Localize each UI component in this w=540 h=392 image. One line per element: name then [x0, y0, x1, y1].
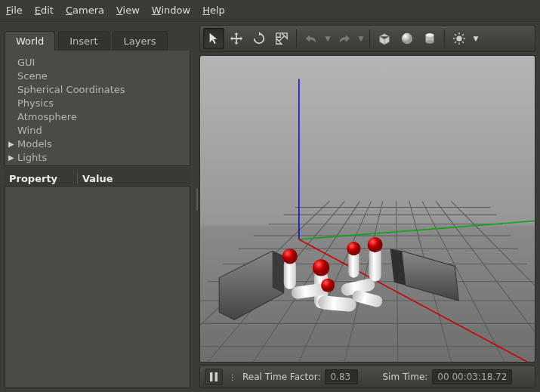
toolbar: ▼ ▼ ▼ — [199, 25, 535, 52]
menu-bar: File Edit Camera View Window Help — [0, 0, 540, 20]
cylinder-icon — [423, 32, 437, 45]
undo-menu-button[interactable]: ▼ — [323, 28, 332, 49]
expand-icon: ▶ — [8, 153, 16, 162]
scene-render — [200, 56, 535, 362]
box-icon — [378, 32, 391, 45]
tree-physics[interactable]: Physics — [5, 96, 190, 110]
svg-point-38 — [313, 259, 329, 276]
tree-wind[interactable]: Wind — [5, 123, 190, 137]
sidebar: World Insert Layers GUI Scene Spherical … — [0, 20, 195, 392]
chevron-down-icon: ▼ — [474, 35, 479, 42]
chevron-down-icon: ▼ — [326, 35, 331, 42]
tree-atmosphere[interactable]: Atmosphere — [5, 110, 190, 123]
svg-line-11 — [462, 42, 464, 43]
pin-standing — [368, 237, 383, 282]
main-area: ▼ ▼ ▼ — [199, 20, 540, 392]
rotate-tool-button[interactable] — [248, 28, 270, 49]
tab-world[interactable]: World — [5, 31, 55, 51]
sphere-shape-button[interactable] — [397, 28, 418, 49]
menu-view[interactable]: View — [116, 5, 140, 16]
svg-rect-49 — [215, 372, 218, 381]
toolbar-separator — [369, 29, 370, 48]
pin-standing — [282, 248, 298, 289]
svg-point-40 — [368, 237, 383, 252]
box-shape-button[interactable] — [374, 28, 395, 49]
pin-standing — [347, 242, 360, 278]
col-value[interactable]: Value — [77, 173, 190, 184]
svg-point-42 — [347, 242, 360, 255]
tree-lights[interactable]: ▶Lights — [5, 150, 190, 164]
svg-point-36 — [282, 248, 298, 264]
menu-file[interactable]: File — [6, 5, 23, 16]
status-bar: ⋮ Real Time Factor: 0.83 Sim Time: 00 00… — [199, 366, 535, 388]
light-button[interactable] — [449, 28, 470, 49]
cylinder-shape-button[interactable] — [419, 28, 440, 49]
menu-camera[interactable]: Camera — [66, 5, 104, 16]
move-icon — [230, 32, 243, 45]
rotate-icon — [252, 32, 266, 45]
menu-edit[interactable]: Edit — [35, 5, 54, 16]
menu-window[interactable]: Window — [152, 5, 190, 16]
svg-point-3 — [426, 40, 434, 44]
pause-icon — [210, 372, 218, 381]
undo-button[interactable] — [301, 28, 322, 49]
undo-icon — [304, 32, 318, 45]
tree-spherical[interactable]: Spherical Coordinates — [5, 82, 190, 96]
toolbar-separator — [296, 29, 297, 48]
content: World Insert Layers GUI Scene Spherical … — [0, 20, 540, 392]
sphere-icon — [400, 32, 414, 45]
expand-icon: ▶ — [8, 140, 16, 148]
rtf-value: 0.83 — [325, 369, 358, 384]
svg-line-12 — [455, 42, 456, 43]
tree-models[interactable]: ▶Models — [5, 137, 190, 150]
tree-scene[interactable]: Scene — [5, 69, 190, 82]
svg-point-44 — [321, 279, 335, 292]
simtime-value: 00 00:03:18.72 — [432, 369, 512, 384]
svg-line-13 — [462, 34, 464, 35]
menu-help[interactable]: Help — [202, 5, 225, 16]
scale-icon — [275, 32, 289, 45]
property-header: Property Value — [5, 171, 190, 186]
svg-point-5 — [456, 35, 461, 41]
svg-line-10 — [455, 34, 456, 35]
step-button[interactable]: ⋮ — [227, 369, 238, 384]
redo-menu-button[interactable]: ▼ — [356, 28, 366, 49]
svg-point-4 — [426, 33, 434, 37]
world-tree: GUI Scene Spherical Coordinates Physics … — [5, 51, 190, 166]
property-panel — [5, 186, 190, 388]
tab-layers[interactable]: Layers — [113, 31, 168, 51]
rtf-label: Real Time Factor: — [242, 372, 320, 382]
sun-icon — [452, 32, 466, 45]
tab-insert[interactable]: Insert — [58, 31, 109, 51]
svg-rect-48 — [210, 372, 213, 381]
redo-button[interactable] — [334, 28, 355, 49]
translate-tool-button[interactable] — [226, 28, 247, 49]
toolbar-separator — [444, 29, 445, 48]
tree-label: Models — [17, 138, 52, 150]
redo-icon — [338, 32, 351, 45]
cursor-icon — [207, 32, 221, 45]
light-menu-button[interactable]: ▼ — [471, 28, 480, 49]
pause-button[interactable] — [205, 369, 223, 385]
tree-gui[interactable]: GUI — [5, 55, 190, 69]
select-tool-button[interactable] — [203, 28, 224, 49]
sidebar-tabs: World Insert Layers — [0, 20, 195, 51]
viewport[interactable] — [199, 55, 535, 363]
svg-point-0 — [402, 33, 412, 44]
step-icon: ⋮ — [229, 373, 236, 381]
chevron-down-icon: ▼ — [359, 35, 364, 42]
simtime-label: Sim Time: — [382, 372, 427, 382]
col-property[interactable]: Property — [5, 173, 77, 184]
scale-tool-button[interactable] — [271, 28, 292, 49]
tree-label: Lights — [17, 152, 47, 163]
